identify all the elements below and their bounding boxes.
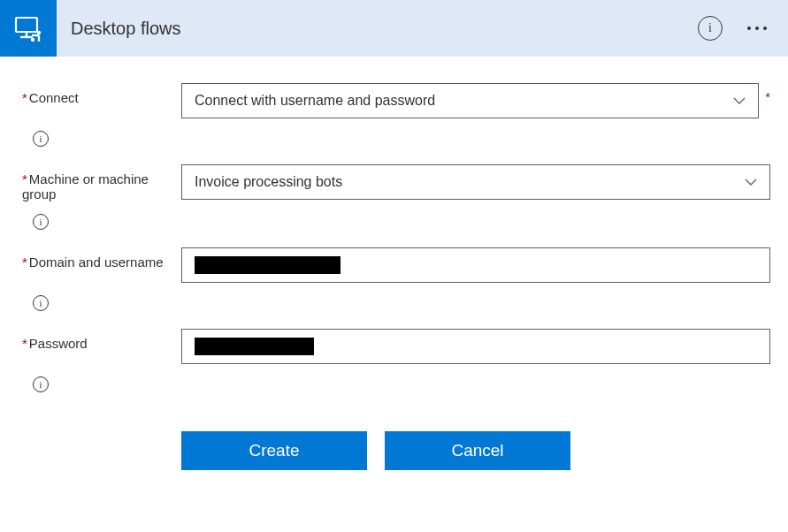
- machine-info-icon[interactable]: i: [33, 214, 49, 230]
- chevron-down-icon: [733, 95, 746, 107]
- connect-info-icon[interactable]: i: [33, 131, 49, 147]
- connect-select[interactable]: Connect with username and password: [181, 83, 759, 118]
- cancel-button[interactable]: Cancel: [385, 431, 570, 470]
- svg-rect-0: [16, 18, 37, 32]
- password-info-icon[interactable]: i: [33, 376, 49, 392]
- machine-label: *Machine or machine group: [22, 164, 181, 201]
- redacted-value: [195, 256, 340, 274]
- domain-info-icon[interactable]: i: [33, 295, 49, 311]
- machine-select[interactable]: Invoice processing bots: [181, 164, 770, 200]
- info-icon[interactable]: i: [698, 16, 723, 41]
- password-label: *Password: [22, 329, 181, 351]
- dialog-title: Desktop flows: [57, 19, 698, 39]
- more-options-icon[interactable]: [744, 23, 770, 34]
- create-button[interactable]: Create: [181, 431, 367, 470]
- domain-username-input[interactable]: [181, 247, 770, 283]
- connect-label: *Connect: [22, 83, 181, 105]
- chevron-down-icon: [745, 176, 757, 188]
- domain-username-label: *Domain and username: [22, 247, 181, 270]
- dialog-header: Desktop flows i: [0, 0, 788, 57]
- desktop-flows-icon: [0, 0, 57, 57]
- connection-form: *Connect Connect with username and passw…: [0, 57, 788, 497]
- svg-point-4: [37, 31, 41, 34]
- password-input[interactable]: [181, 329, 770, 364]
- redacted-value: [195, 338, 314, 355]
- svg-point-5: [31, 38, 34, 42]
